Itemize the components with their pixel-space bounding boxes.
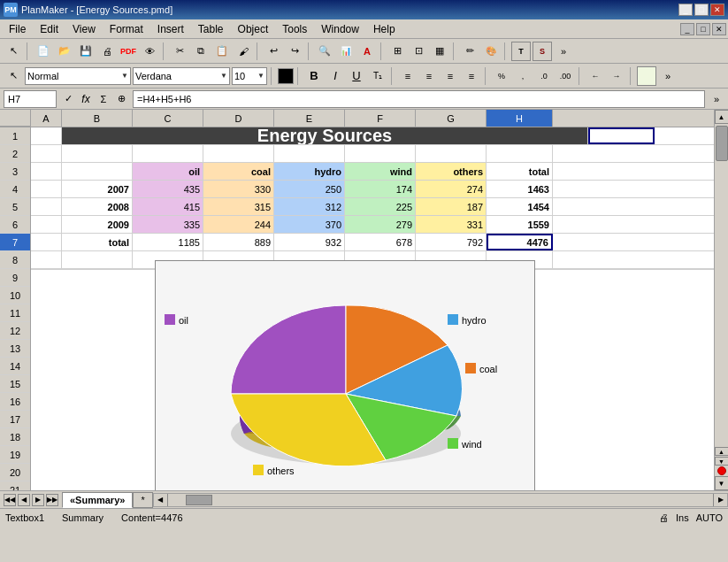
cell-c4-oil[interactable]: 435 xyxy=(133,181,203,197)
btn-format-paint[interactable]: 🖌 xyxy=(234,42,253,61)
cell-d2[interactable] xyxy=(203,145,274,162)
col-header-d[interactable]: D xyxy=(203,110,274,127)
row-20[interactable]: 20 xyxy=(0,464,30,481)
row-13[interactable]: 13 xyxy=(0,340,30,358)
btn-align-justify[interactable]: ≡ xyxy=(462,66,481,86)
formula-arrow[interactable]: ⊕ xyxy=(113,91,129,107)
cell-f4-wind[interactable]: 174 xyxy=(345,181,416,197)
cell-h3-total[interactable]: total xyxy=(487,163,553,180)
cell-f7-total[interactable]: 678 xyxy=(345,234,416,250)
cell-e4-hydro[interactable]: 250 xyxy=(274,181,345,197)
cell-e2[interactable] xyxy=(274,145,345,162)
cell-a5[interactable] xyxy=(31,198,62,215)
btn-cut[interactable]: ✂ xyxy=(170,42,189,61)
row-1[interactable]: 1 xyxy=(0,127,30,145)
btn-table-insert[interactable]: ⊞ xyxy=(387,42,407,61)
btn-undo[interactable]: ↩ xyxy=(264,42,283,61)
scroll-up-button[interactable]: ▲ xyxy=(715,110,729,124)
win-min[interactable]: _ xyxy=(680,23,694,35)
scroll-split-up[interactable]: ▲ xyxy=(715,447,729,456)
row-15[interactable]: 15 xyxy=(0,375,30,393)
scroll-down-button[interactable]: ▼ xyxy=(715,476,729,490)
maximize-button[interactable]: □ xyxy=(694,4,709,16)
cell-f3-wind[interactable]: wind xyxy=(345,163,416,180)
cell-b8[interactable] xyxy=(62,251,133,268)
cell-b4-year[interactable]: 2007 xyxy=(62,181,133,197)
btn-number-fmt[interactable]: % xyxy=(492,66,511,86)
cell-d7-total[interactable]: 889 xyxy=(203,234,274,250)
cell-f6-wind[interactable]: 279 xyxy=(345,216,416,233)
cell-b3[interactable] xyxy=(62,163,133,180)
btn-t2[interactable]: S xyxy=(533,42,552,61)
menu-help[interactable]: Help xyxy=(366,21,402,37)
cell-h7-grand-total[interactable]: 4476 xyxy=(487,234,553,250)
btn-t1-fmt[interactable]: T₁ xyxy=(368,66,387,86)
cell-c5-oil[interactable]: 415 xyxy=(133,198,203,215)
col-header-g[interactable]: G xyxy=(416,110,487,127)
row-19[interactable]: 19 xyxy=(0,446,30,464)
btn-text[interactable]: A xyxy=(357,42,377,61)
cell-g4-others[interactable]: 274 xyxy=(416,181,487,197)
cell-h2[interactable] xyxy=(487,145,553,162)
cell-a4[interactable] xyxy=(31,181,62,197)
cell-h5-total[interactable]: 1454 xyxy=(487,198,553,215)
sheet-next[interactable]: ▶ xyxy=(32,494,44,506)
cell-b2[interactable] xyxy=(62,145,133,162)
cell-h6-total[interactable]: 1559 xyxy=(487,216,553,233)
cell-b5-year[interactable]: 2008 xyxy=(62,198,133,215)
col-header-f[interactable]: F xyxy=(345,110,416,127)
cell-a8[interactable] xyxy=(31,251,62,268)
cell-reference[interactable]: H7 xyxy=(4,90,57,108)
btn-search[interactable]: 🔍 xyxy=(315,42,334,61)
row-6[interactable]: 6 xyxy=(0,216,30,234)
close-button[interactable]: ✕ xyxy=(710,4,724,16)
cell-e5-hydro[interactable]: 312 xyxy=(274,198,345,215)
cell-d5-coal[interactable]: 315 xyxy=(203,198,274,215)
btn-save[interactable]: 💾 xyxy=(76,42,96,61)
row-17[interactable]: 17 xyxy=(0,411,30,428)
scroll-track[interactable] xyxy=(715,124,728,446)
cell-c2[interactable] xyxy=(133,145,203,162)
col-header-e[interactable]: E xyxy=(274,110,345,127)
cell-a1[interactable] xyxy=(31,127,62,144)
row-3[interactable]: 3 xyxy=(0,163,30,181)
row-8[interactable]: 8 xyxy=(0,251,30,269)
btn-preview[interactable]: 👁 xyxy=(140,42,159,61)
cell-c7-total[interactable]: 1185 xyxy=(133,234,203,250)
btn-more-fmt[interactable]: » xyxy=(658,66,678,86)
btn-t1[interactable]: T xyxy=(511,42,531,61)
col-header-b[interactable]: B xyxy=(62,110,133,127)
cell-d4-coal[interactable]: 330 xyxy=(203,181,274,197)
row-2[interactable]: 2 xyxy=(0,145,30,163)
btn-align-left[interactable]: ≡ xyxy=(398,66,418,86)
cell-title[interactable]: Energy Sources xyxy=(62,127,588,144)
cell-g6-others[interactable]: 331 xyxy=(416,216,487,233)
size-dropdown[interactable]: 10 ▼ xyxy=(232,67,267,85)
row-5[interactable]: 5 xyxy=(0,198,30,216)
row-18[interactable]: 18 xyxy=(0,428,30,446)
btn-borders[interactable]: ▦ xyxy=(430,42,449,61)
cell-c3-oil[interactable]: oil xyxy=(133,163,203,180)
cell-g2[interactable] xyxy=(416,145,487,162)
cell-b7-total-label[interactable]: total xyxy=(62,234,133,250)
chart-container[interactable]: oil hydro wind others co xyxy=(155,260,535,490)
formula-fx[interactable]: fx xyxy=(78,91,94,107)
scroll-indicator[interactable] xyxy=(717,466,726,475)
btn-print[interactable]: 🖨 xyxy=(97,42,117,61)
cell-h4-total[interactable]: 1463 xyxy=(487,181,553,197)
btn-redo[interactable]: ↪ xyxy=(285,42,304,61)
formula-expand[interactable]: » xyxy=(709,91,724,107)
menu-tools[interactable]: Tools xyxy=(275,21,314,37)
cell-a6[interactable] xyxy=(31,216,62,233)
btn-color[interactable]: 🎨 xyxy=(481,42,501,61)
row-11[interactable]: 11 xyxy=(0,304,30,322)
hscroll-right[interactable]: ▶ xyxy=(713,494,727,506)
btn-dec-inc[interactable]: .0 xyxy=(534,66,554,86)
sheet-last[interactable]: ▶▶ xyxy=(46,494,58,506)
menu-edit[interactable]: Edit xyxy=(33,21,65,37)
font-dropdown[interactable]: Verdana ▼ xyxy=(133,67,230,85)
btn-underline[interactable]: U xyxy=(347,66,366,86)
menu-format[interactable]: Format xyxy=(103,21,150,37)
hscroll-left[interactable]: ◀ xyxy=(154,494,168,506)
btn-comma[interactable]: , xyxy=(513,66,533,86)
